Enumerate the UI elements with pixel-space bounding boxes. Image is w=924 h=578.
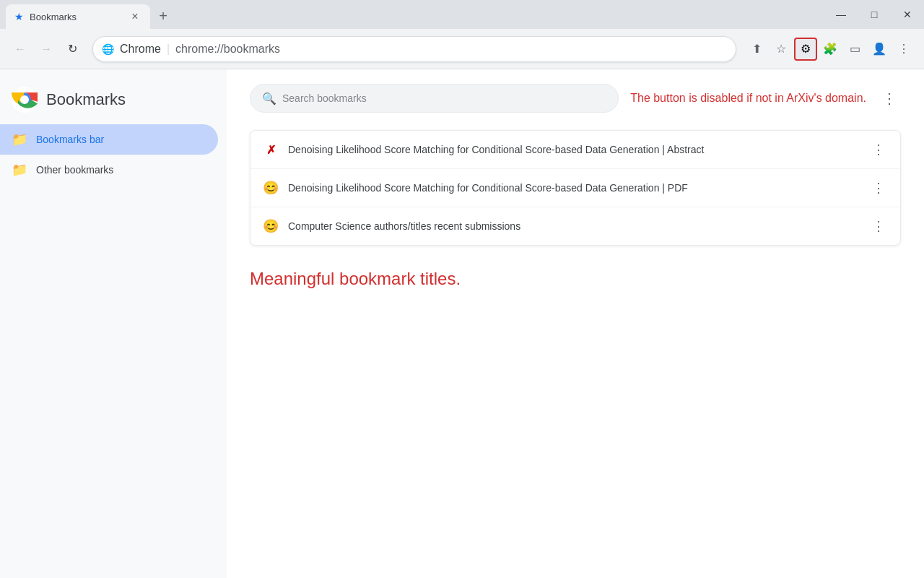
toolbar-icons: ⬆ ☆ ⚙ 🧩 ▭ 👤 ⋮ bbox=[745, 38, 915, 61]
main-header: 🔍 Search bookmarks The button is disable… bbox=[250, 84, 901, 113]
search-placeholder: Search bookmarks bbox=[282, 92, 367, 104]
bookmark-favicon-smiley-2: 😊 bbox=[262, 217, 279, 235]
bookmark-menu-button[interactable]: ⋮ bbox=[868, 216, 889, 236]
extension-button-highlighted[interactable]: ⚙ bbox=[794, 38, 817, 61]
main-panel: 🔍 Search bookmarks The button is disable… bbox=[227, 69, 924, 578]
annotation-header-text: The button is disabled if not in ArXiv's… bbox=[630, 92, 866, 105]
bookmark-favicon-smiley: 😊 bbox=[262, 179, 279, 197]
other-bookmarks-folder-icon: 📁 bbox=[12, 162, 27, 178]
sidebar: Bookmarks 📁 Bookmarks bar 📁 Other bookma… bbox=[0, 69, 227, 578]
chrome-menu-button[interactable]: ⋮ bbox=[892, 38, 915, 61]
bookmark-star-button[interactable]: ☆ bbox=[770, 38, 793, 61]
bookmark-title: Denoising Likelihood Score Matching for … bbox=[288, 182, 860, 194]
table-row[interactable]: ✗ Denoising Likelihood Score Matching fo… bbox=[250, 131, 900, 169]
active-tab[interactable]: ★ Bookmarks × bbox=[6, 4, 150, 29]
search-icon: 🔍 bbox=[262, 92, 276, 105]
bookmarks-card: ✗ Denoising Likelihood Score Matching fo… bbox=[250, 130, 901, 246]
tab-favicon: ★ bbox=[14, 11, 24, 22]
sidebar-item-bookmarks-bar-label: Bookmarks bar bbox=[36, 134, 104, 145]
folder-icon: 📁 bbox=[12, 131, 27, 147]
minimize-button[interactable]: — bbox=[824, 0, 858, 29]
bookmark-title: Denoising Likelihood Score Matching for … bbox=[288, 144, 860, 155]
title-bar: ★ Bookmarks × + — □ ✕ bbox=[0, 0, 924, 29]
url-domain: Chrome bbox=[120, 43, 161, 56]
tab-close-button[interactable]: × bbox=[128, 10, 141, 23]
site-security-icon: 🌐 bbox=[102, 43, 114, 55]
tab-title: Bookmarks bbox=[30, 12, 123, 22]
bookmark-title: Computer Science authors/titles recent s… bbox=[288, 220, 860, 232]
url-path: chrome://bookmarks bbox=[175, 43, 280, 56]
app-container: Bookmarks 📁 Bookmarks bar 📁 Other bookma… bbox=[0, 69, 924, 578]
reload-button[interactable]: ↻ bbox=[61, 38, 84, 61]
sidebar-title: Bookmarks bbox=[46, 90, 126, 109]
chrome-logo-icon bbox=[12, 87, 38, 113]
table-row[interactable]: 😊 Denoising Likelihood Score Matching fo… bbox=[250, 169, 900, 207]
address-bar: ← → ↻ 🌐 Chrome | chrome://bookmarks ⬆ ☆ … bbox=[0, 29, 924, 69]
svg-point-2 bbox=[20, 95, 29, 104]
forward-button[interactable]: → bbox=[35, 38, 58, 61]
sidebar-header: Bookmarks bbox=[0, 81, 227, 124]
extension-gear-icon: ⚙ bbox=[801, 42, 811, 56]
bookmark-menu-button[interactable]: ⋮ bbox=[868, 178, 889, 198]
url-separator: | bbox=[167, 43, 170, 56]
sidebar-item-bookmarks-bar[interactable]: 📁 Bookmarks bar bbox=[0, 124, 218, 155]
table-row[interactable]: 😊 Computer Science authors/titles recent… bbox=[250, 207, 900, 245]
reading-list-button[interactable]: ▭ bbox=[843, 38, 866, 61]
annotation-bottom-text: Meaningful bookmark titles. bbox=[250, 269, 901, 289]
share-button[interactable]: ⬆ bbox=[745, 38, 768, 61]
sidebar-item-other-bookmarks-label: Other bookmarks bbox=[36, 164, 113, 176]
search-bar[interactable]: 🔍 Search bookmarks bbox=[250, 84, 619, 113]
url-bar[interactable]: 🌐 Chrome | chrome://bookmarks bbox=[92, 36, 736, 62]
window-controls: — □ ✕ bbox=[824, 0, 924, 29]
bookmark-favicon-arxiv: ✗ bbox=[262, 141, 279, 158]
new-tab-button[interactable]: + bbox=[153, 6, 173, 26]
maximize-button[interactable]: □ bbox=[858, 0, 891, 29]
profile-button[interactable]: 👤 bbox=[868, 38, 891, 61]
extensions-puzzle-button[interactable]: 🧩 bbox=[819, 38, 842, 61]
bookmarks-menu-button[interactable]: ⋮ bbox=[878, 87, 901, 110]
tab-strip: ★ Bookmarks × + bbox=[0, 0, 173, 29]
sidebar-item-other-bookmarks[interactable]: 📁 Other bookmarks bbox=[0, 155, 218, 185]
close-button[interactable]: ✕ bbox=[891, 0, 924, 29]
bookmark-menu-button[interactable]: ⋮ bbox=[868, 139, 889, 160]
back-button[interactable]: ← bbox=[9, 38, 32, 61]
